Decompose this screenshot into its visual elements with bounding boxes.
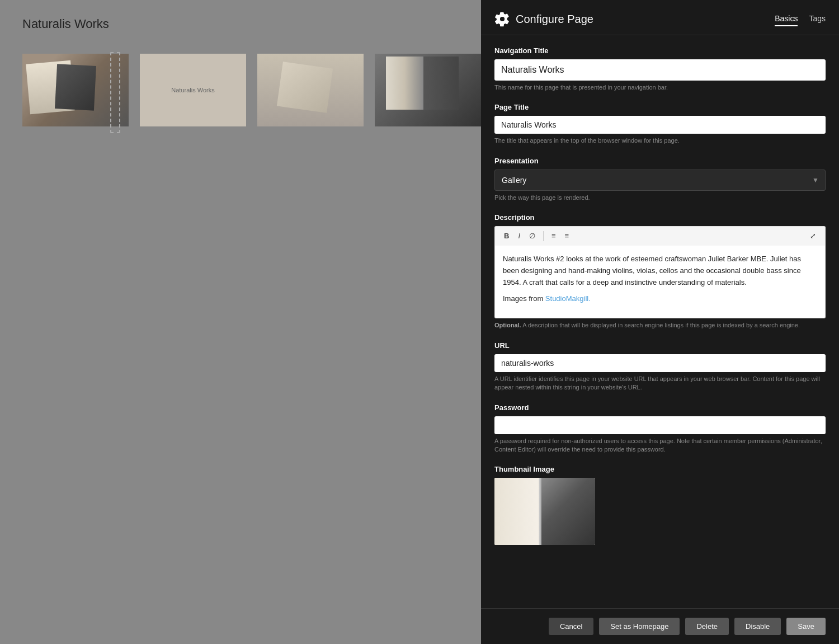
thumbnail-image-group: Thumbnail Image [494, 465, 826, 545]
gallery-item-4[interactable] [375, 54, 481, 126]
navigation-title-hint: This name for this page that is presente… [494, 83, 826, 92]
description-hint-text: A description that will be displayed in … [522, 322, 800, 328]
thumbnail-preview[interactable] [494, 478, 595, 545]
gallery-item-2[interactable]: Naturalis Works [140, 54, 246, 126]
main-content: Naturalis Works Naturalis Works [0, 0, 481, 644]
description-hint: Optional. A description that will be dis… [494, 321, 826, 330]
studio-makgill-link[interactable]: StudioMakgill. [545, 294, 591, 303]
gallery-item-3[interactable] [257, 54, 364, 126]
navigation-title-input[interactable] [494, 59, 826, 81]
gallery-grid: Naturalis Works [22, 54, 459, 126]
page-title-group: Page Title The title that appears in the… [494, 103, 826, 145]
presentation-label: Presentation [494, 157, 826, 165]
panel-body: Navigation Title This name for this page… [481, 35, 839, 608]
editor-toolbar: B I ∅ ≡ ≡ ⤢ [494, 226, 826, 246]
page-title-input[interactable] [494, 116, 826, 134]
gallery-item-2-label: Naturalis Works [171, 87, 214, 93]
tab-tags[interactable]: Tags [809, 12, 826, 26]
panel-tabs: Basics Tags [775, 12, 826, 26]
url-label: URL [494, 341, 826, 350]
url-input[interactable] [494, 354, 826, 372]
optional-label-text: Optional. [494, 322, 521, 328]
description-label: Description [494, 213, 826, 222]
strikethrough-button[interactable]: ∅ [526, 230, 539, 242]
thumbnail-image-label: Thumbnail Image [494, 465, 826, 473]
navigation-title-label: Navigation Title [494, 46, 826, 55]
page-title-label: Page Title [494, 103, 826, 111]
panel-header: Configure Page Basics Tags [481, 0, 839, 35]
resize-handle[interactable] [110, 52, 120, 133]
config-panel: Configure Page Basics Tags Navigation Ti… [481, 0, 839, 644]
bold-button[interactable]: B [501, 230, 512, 242]
gear-icon [494, 11, 510, 27]
presentation-hint: Pick the way this page is rendered. [494, 194, 826, 202]
tab-basics[interactable]: Basics [775, 12, 798, 26]
url-group: URL A URL identifier identifies this pag… [494, 341, 826, 392]
italic-button[interactable]: I [515, 230, 524, 242]
description-editor[interactable]: Naturalis Works #2 looks at the work of … [494, 246, 826, 318]
thumbnail-page-left [494, 478, 540, 545]
toolbar-separator-1 [543, 231, 544, 241]
navigation-title-group: Navigation Title This name for this page… [494, 46, 826, 92]
presentation-select-wrapper: Gallery List Grid ▼ [494, 170, 826, 191]
presentation-select[interactable]: Gallery List Grid [494, 170, 826, 191]
password-input[interactable] [494, 416, 826, 434]
password-group: Password A password required for non-aut… [494, 403, 826, 454]
ordered-list-button[interactable]: ≡ [562, 230, 573, 242]
cancel-button[interactable]: Cancel [549, 618, 593, 635]
unordered-list-button[interactable]: ≡ [548, 230, 559, 242]
page-title-hint: The title that appears in the top of the… [494, 137, 826, 145]
save-button[interactable]: Save [786, 618, 826, 635]
panel-footer: Cancel Set as Homepage Delete Disable Sa… [481, 608, 839, 644]
expand-button[interactable]: ⤢ [807, 230, 819, 242]
description-text-2: Images from StudioMakgill. [503, 293, 817, 305]
password-label: Password [494, 403, 826, 412]
description-group: Description B I ∅ ≡ ≡ ⤢ Naturalis Works … [494, 213, 826, 330]
delete-button[interactable]: Delete [685, 618, 729, 635]
disable-button[interactable]: Disable [734, 618, 781, 635]
description-text-1: Naturalis Works #2 looks at the work of … [503, 253, 817, 288]
page-title: Naturalis Works [22, 17, 459, 31]
presentation-group: Presentation Gallery List Grid ▼ Pick th… [494, 157, 826, 202]
panel-title: Configure Page [516, 13, 775, 26]
password-hint: A password required for non-authorized u… [494, 437, 826, 454]
thumbnail-page-right [541, 478, 595, 545]
url-hint: A URL identifier identifies this page in… [494, 375, 826, 392]
set-homepage-button[interactable]: Set as Homepage [599, 618, 680, 635]
